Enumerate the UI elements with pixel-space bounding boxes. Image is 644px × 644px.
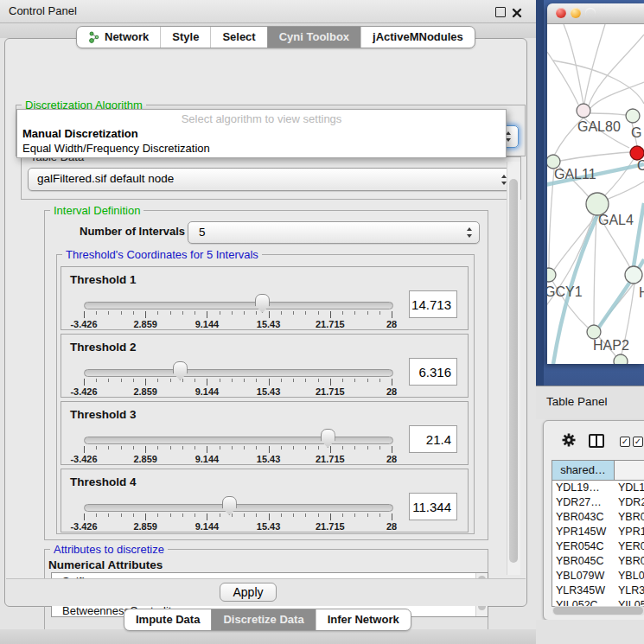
tick-label: 15.43 <box>257 454 281 464</box>
table-h-scrollbar-thumb[interactable] <box>553 607 643 615</box>
tab-network[interactable]: Network <box>77 27 160 48</box>
tick-mark <box>121 311 122 315</box>
table-row[interactable]: YPR145WYPR145W <box>552 525 644 539</box>
tick-mark <box>145 446 146 453</box>
node-table[interactable]: shared… name YDL19…YDL19…YDR27…YDR27…YBR… <box>552 460 644 607</box>
checkbox-checked-icon[interactable]: ✓ <box>620 437 630 447</box>
tick-label: 9.144 <box>195 454 220 464</box>
tick-mark <box>392 446 392 453</box>
tab-impute-data[interactable]: Impute Data <box>124 609 211 630</box>
tick-mark <box>244 446 245 450</box>
tick-mark <box>379 513 380 517</box>
tick-mark <box>182 379 183 382</box>
table-row[interactable]: YBL079WYBL079W <box>552 569 644 583</box>
threshold-slider[interactable]: -3.4262.8599.14415.4321.71528 <box>84 430 392 463</box>
threshold-slider[interactable]: -3.4262.8599.14415.4321.71528 <box>84 296 392 328</box>
tick-label: 28 <box>386 521 397 532</box>
tab-select[interactable]: Select <box>210 27 266 48</box>
dropdown-item-manual-discretization[interactable]: Manual Discretization <box>22 127 138 140</box>
control-panel: Control Panel NetworkStyleSelectCyni Too… <box>0 0 536 644</box>
tick-mark <box>133 379 134 382</box>
slider-thumb[interactable] <box>222 496 237 515</box>
tick-mark <box>84 379 85 386</box>
network-view-window: GAL80GGAL11CGAL4GCY1HHAP2 <box>547 3 644 364</box>
threshold-slider[interactable]: -3.4262.8599.14415.4321.71528 <box>84 498 392 531</box>
network-node-label: GAL4 <box>598 213 634 227</box>
close-icon[interactable] <box>512 6 522 16</box>
tab-infer-network[interactable]: Infer Network <box>316 609 411 630</box>
tick-mark <box>182 513 183 517</box>
zoom-traffic-light-icon[interactable] <box>585 8 596 18</box>
network-node[interactable] <box>587 325 601 339</box>
network-canvas[interactable]: GAL80GGAL11CGAL4GCY1HHAP2 <box>547 24 644 364</box>
tab-jactivemnodules[interactable]: jActiveMNodules <box>360 27 475 48</box>
slider-thumb[interactable] <box>255 294 270 313</box>
table-row[interactable]: YDL19…YDL19… <box>552 481 644 495</box>
network-node[interactable] <box>626 109 640 123</box>
threshold-value-field[interactable]: 6.316 <box>409 358 457 386</box>
tick-label: 21.715 <box>316 521 345 532</box>
split-columns-icon[interactable] <box>589 434 604 448</box>
tick-mark <box>96 513 97 517</box>
apply-button[interactable]: Apply <box>220 583 277 602</box>
tab-cyni-toolbox[interactable]: Cyni Toolbox <box>267 27 360 48</box>
threshold-value-field[interactable]: 11.344 <box>409 493 457 520</box>
number-of-intervals-combo[interactable]: 5 <box>188 221 480 244</box>
table-h-scrollbar[interactable] <box>552 606 644 615</box>
tick-mark <box>367 446 368 450</box>
table-row[interactable]: YDR27…YDR27… <box>552 495 644 510</box>
tick-label: 21.715 <box>316 386 345 397</box>
tick-mark <box>305 311 306 315</box>
tick-mark <box>232 513 233 517</box>
table-toolbar: ✓ ✓ <box>544 421 644 459</box>
window-bottom-edge <box>0 629 536 644</box>
panel-scrollbar[interactable] <box>507 162 520 575</box>
network-node[interactable] <box>614 354 628 364</box>
tick-label: 21.715 <box>316 319 345 329</box>
slider-thumb[interactable] <box>321 429 335 448</box>
tick-mark <box>281 446 282 450</box>
table-cell-shared-name: YER054C <box>552 539 614 554</box>
threshold-value-field[interactable]: 21.4 <box>409 425 457 453</box>
table-row[interactable]: YBR043CYBR043C <box>552 510 644 525</box>
tick-mark <box>379 379 380 382</box>
network-node[interactable] <box>547 268 556 282</box>
tick-mark <box>207 311 207 318</box>
slider-track[interactable] <box>84 369 393 377</box>
minimize-traffic-light-icon[interactable] <box>571 8 581 18</box>
spinner-arrows-icon <box>506 131 512 142</box>
network-node[interactable] <box>577 104 590 118</box>
tick-mark <box>108 513 109 517</box>
tick-mark <box>367 379 368 382</box>
checkbox-checked-icon[interactable]: ✓ <box>633 437 643 447</box>
table-data-combo[interactable]: galFiltered.sif default node <box>28 168 514 191</box>
table-row[interactable]: YBR045CYBR045C <box>552 554 644 569</box>
tick-mark <box>96 311 97 315</box>
table-row[interactable]: YER054CYER054C <box>552 539 644 554</box>
tab-style[interactable]: Style <box>160 27 210 48</box>
tick-mark <box>207 379 207 386</box>
close-traffic-light-icon[interactable] <box>556 8 566 18</box>
panel-scrollbar-thumb[interactable] <box>509 179 518 563</box>
network-window-titlebar[interactable] <box>547 3 644 24</box>
threshold-slider[interactable]: -3.4262.8599.14415.4321.71528 <box>84 363 392 396</box>
threshold-value-field[interactable]: 14.713 <box>409 290 457 318</box>
slider-track[interactable] <box>84 437 393 444</box>
table-cell-name: YPR145W <box>614 525 644 539</box>
tick-label: 9.144 <box>195 319 220 329</box>
gear-icon[interactable] <box>561 432 577 451</box>
slider-track[interactable] <box>84 504 393 512</box>
tick-mark <box>367 513 368 517</box>
float-window-icon[interactable] <box>495 7 506 17</box>
network-node[interactable] <box>625 266 642 284</box>
dropdown-item-equal-width-frequency-discretization[interactable]: Equal Width/Frequency Discretization <box>22 142 210 155</box>
column-header-shared-name[interactable]: shared… <box>552 461 615 480</box>
tab-discretize-data[interactable]: Discretize Data <box>211 609 315 630</box>
slider-thumb[interactable] <box>173 361 188 380</box>
tick-mark <box>330 311 331 318</box>
table-row[interactable]: YLR345WYLR345W <box>552 583 644 598</box>
app-window: Control Panel NetworkStyleSelectCyni Too… <box>0 0 644 644</box>
slider-track[interactable] <box>84 302 393 309</box>
column-header-name[interactable]: name <box>615 461 644 480</box>
tick-label: 28 <box>386 454 397 464</box>
